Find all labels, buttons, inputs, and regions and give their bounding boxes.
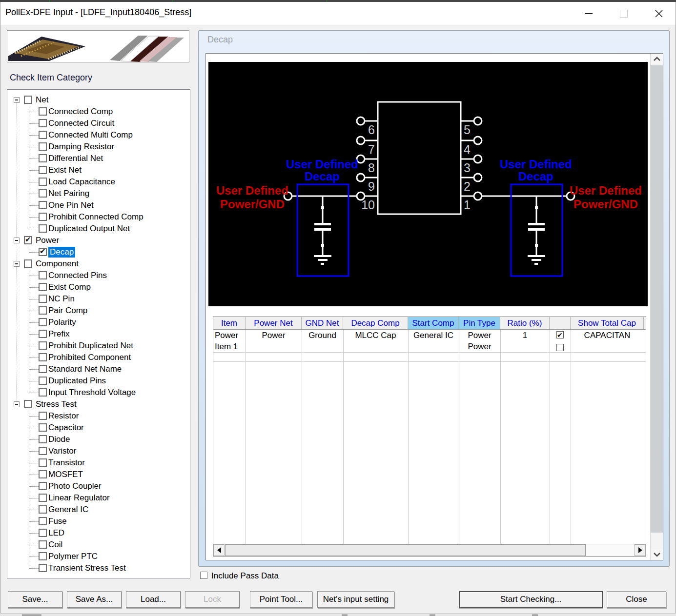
column-header-power-net[interactable]: Power Net [246,317,302,329]
table-row[interactable]: PowerItem 1PowerGroundMLCC CapGeneral IC… [213,330,646,353]
tree-item-net-pairing[interactable]: Net Pairing [7,188,190,199]
tree-label[interactable]: Net Pairing [48,188,89,199]
minimize-button[interactable] [581,7,596,20]
tree-label[interactable]: Transient Stress Test [48,563,126,574]
tree-checkbox[interactable] [39,330,47,338]
tree-item-prohibited-component[interactable]: Prohibited Component [7,352,190,363]
tree-item-prohibit-connected-comp[interactable]: Prohibit Connected Comp [7,211,190,223]
tree-checkbox[interactable] [39,529,47,537]
tree-item-component[interactable]: Component [7,258,190,270]
tree-label[interactable]: Decap [48,247,75,258]
tree-label[interactable]: Polymer PTC [48,551,98,562]
tree-label[interactable]: Coil [48,539,62,550]
tree-label[interactable]: Stress Test [36,399,77,410]
tree-label[interactable]: Linear Regulator [48,493,110,503]
tree-label[interactable]: Exist Net [48,165,82,176]
tree-checkbox[interactable] [39,189,47,198]
panel-vertical-scrollbar[interactable] [650,54,663,560]
close-dialog-button[interactable]: Close [607,591,666,608]
tree-label[interactable]: Prefix [48,329,69,339]
tree-checkbox[interactable] [39,131,47,139]
tree-item-duplicated-pins[interactable]: Duplicated Pins [7,375,190,387]
h-scroll-thumb[interactable] [225,544,586,556]
tree-item-input-threshold-voltage[interactable]: Input Threshold Voltage [7,387,190,398]
column-header-gnd-net[interactable]: GND Net [302,317,343,329]
tree-checkbox[interactable] [39,458,47,467]
tree-item-exist-comp[interactable]: Exist Comp [7,281,190,293]
close-button[interactable] [652,7,666,20]
tree-checkbox[interactable] [39,517,47,525]
tree-label[interactable]: Differential Net [48,153,103,164]
tree-checkbox[interactable] [39,224,47,233]
tree-checkbox[interactable] [39,505,47,514]
tree-item-connected-circuit[interactable]: Connected Circuit [7,118,190,129]
tree-checkbox[interactable] [39,283,47,291]
column-header-decap-comp[interactable]: Decap Comp [343,317,408,329]
expand-collapse-toggle[interactable] [14,401,20,407]
tree-item-one-pin-net[interactable]: One Pin Net [7,199,190,211]
tree-item-connected-comp[interactable]: Connected Comp [7,106,190,118]
tree-checkbox[interactable] [39,178,47,186]
tree-label[interactable]: Exist Comp [48,282,91,293]
tree-checkbox[interactable] [39,154,47,162]
check-item-tree[interactable]: NetConnected CompConnected CircuitConnec… [7,89,190,578]
row-checkbox[interactable] [556,344,564,351]
column-header-show-total-cap[interactable]: Show Total Cap [571,317,644,329]
column-header-item[interactable]: Item [213,317,246,329]
tree-item-linear-regulator[interactable]: Linear Regulator [7,492,190,504]
save-as-button[interactable]: Save As... [67,591,122,608]
table-horizontal-scrollbar[interactable] [213,544,646,556]
tree-item-connected-pins[interactable]: Connected Pins [7,270,190,281]
tree-checkbox[interactable] [39,494,47,502]
tree-label[interactable]: LED [48,528,64,538]
tree-checkbox[interactable] [39,540,47,549]
tree-checkbox[interactable] [39,377,47,385]
tree-checkbox[interactable] [39,142,47,151]
tree-label[interactable]: Prohibit Duplicated Net [48,340,133,351]
tree-label[interactable]: Duplicated Output Net [48,223,130,234]
tree-checkbox[interactable] [39,295,47,303]
tree-checkbox[interactable] [24,400,32,408]
tree-item-net[interactable]: Net [7,94,190,106]
tree-item-polarity[interactable]: Polarity [7,317,190,328]
tree-item-damping-resistor[interactable]: Damping Resistor [7,141,190,153]
tree-item-standard-net-name[interactable]: Standard Net Name [7,363,190,375]
tree-item-polymer-ptc[interactable]: Polymer PTC [7,551,190,562]
tree-checkbox[interactable] [39,365,47,373]
tree-label[interactable]: Capacitor [48,422,84,433]
tree-item-differential-net[interactable]: Differential Net [7,153,190,164]
tree-item-transient-stress-test[interactable]: Transient Stress Test [7,562,190,574]
tree-item-nc-pin[interactable]: NC Pin [7,293,190,305]
tree-checkbox[interactable] [39,470,47,478]
tree-checkbox[interactable] [39,306,47,315]
decap-table[interactable]: ItemPower NetGND NetDecap CompStart Comp… [213,317,646,556]
tree-label[interactable]: Power [36,235,59,246]
tree-label[interactable]: Resistor [48,411,79,421]
scroll-right-button[interactable] [635,544,646,556]
tree-checkbox[interactable] [39,107,47,116]
tree-label[interactable]: Photo Coupler [48,481,102,492]
tree-checkbox[interactable] [39,564,47,572]
column-header-pin-type[interactable]: Pin Type [459,317,500,329]
tree-label[interactable]: Prohibit Connected Comp [48,212,143,222]
include-pass-checkbox[interactable] [200,572,207,579]
maximize-button[interactable] [616,7,631,20]
tree-item-photo-coupler[interactable]: Photo Coupler [7,480,190,492]
tree-label[interactable]: Varistor [48,446,76,457]
tree-label[interactable]: Polarity [48,317,76,328]
tree-label[interactable]: Prohibited Component [48,352,131,363]
column-header-ratio[interactable]: Ratio (%) [500,317,550,329]
tree-label[interactable]: Duplicated Pins [48,376,106,386]
row-checkbox[interactable]: ✔ [556,331,564,338]
tree-item-general-ic[interactable]: General IC [7,504,190,516]
schematic-canvas[interactable]: 6 7 8 9 10 5 4 3 2 1 [208,62,648,306]
expand-collapse-toggle[interactable] [14,97,20,103]
tree-checkbox[interactable] [39,341,47,350]
tree-item-fuse[interactable]: Fuse [7,516,190,527]
tree-checkbox[interactable] [39,388,47,397]
expand-collapse-toggle[interactable] [14,261,20,267]
tree-label[interactable]: Transistor [48,457,85,468]
scroll-up-button[interactable] [651,54,663,64]
column-header-start-comp[interactable]: Start Comp [408,317,459,329]
h-scroll-track[interactable] [225,544,635,556]
